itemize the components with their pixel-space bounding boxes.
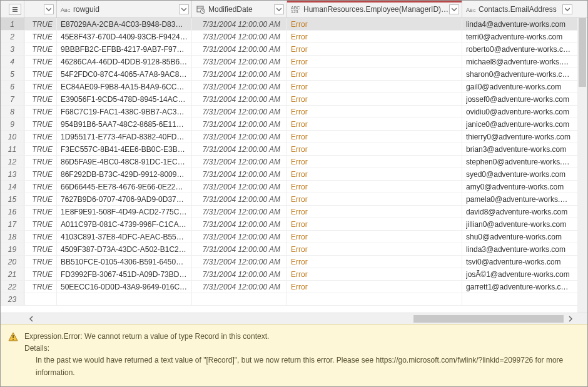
cell-flag[interactable]: TRUE bbox=[24, 106, 57, 118]
cell-rowguid[interactable]: BB510FCE-0105-4306-B591-6450D9EBF4... bbox=[57, 256, 192, 268]
cell-email[interactable]: josÃ©1@adventure-works.com bbox=[462, 268, 575, 280]
cell-flag[interactable]: TRUE bbox=[24, 181, 57, 193]
vertical-scrollbar[interactable] bbox=[577, 18, 587, 313]
cell-flag[interactable]: TRUE bbox=[24, 131, 57, 143]
cell-title-error[interactable]: Error bbox=[287, 18, 462, 30]
scroll-right-icon[interactable] bbox=[565, 313, 576, 324]
cell-flag[interactable]: TRUE bbox=[24, 56, 57, 68]
cell-email[interactable]: sharon0@adventure-works.com bbox=[462, 68, 575, 80]
cell-rowguid[interactable]: F3EC557C-8B41-4EE6-BB0C-E3B93AFF81... bbox=[57, 143, 192, 155]
cell-title-error[interactable]: Error bbox=[287, 106, 462, 118]
cell-flag[interactable]: TRUE bbox=[24, 31, 57, 43]
cell-title-error[interactable]: Error bbox=[287, 118, 462, 130]
cell-email[interactable]: jillian0@adventure-works.com bbox=[462, 218, 575, 230]
cell-rowguid[interactable]: 1D955171-E773-4FAD-8382-40FD89BD5... bbox=[57, 131, 192, 143]
row-number[interactable]: 4 bbox=[1, 56, 24, 68]
cell-modifieddate[interactable]: 7/31/2004 12:00:00 AM bbox=[192, 168, 287, 180]
row-number[interactable]: 5 bbox=[1, 68, 24, 80]
row-number[interactable]: 20 bbox=[1, 256, 24, 268]
cell-rowguid[interactable]: 7627B9D6-0707-4706-9AD9-0D37506B0... bbox=[57, 193, 192, 205]
cell-modifieddate[interactable]: 7/31/2004 12:00:00 AM bbox=[192, 31, 287, 43]
cell-modifieddate[interactable]: 7/31/2004 12:00:00 AM bbox=[192, 118, 287, 130]
table-row[interactable]: 2TRUE45E8F437-670D-4409-93CB-F9424A40D..… bbox=[1, 31, 587, 43]
cell-modifieddate[interactable]: 7/31/2004 12:00:00 AM bbox=[192, 256, 287, 268]
row-number[interactable]: 8 bbox=[1, 106, 24, 118]
cell-flag[interactable]: TRUE bbox=[24, 93, 57, 105]
filter-dropdown-icon[interactable] bbox=[274, 4, 284, 14]
filter-dropdown-icon[interactable] bbox=[449, 4, 459, 14]
row-number[interactable]: 17 bbox=[1, 218, 24, 230]
cell-rowguid[interactable]: F68C7C19-FAC1-438C-9BB7-AC33FCC34... bbox=[57, 106, 192, 118]
cell-email[interactable]: garrett1@adventure-works.com bbox=[462, 281, 575, 293]
cell-title-error[interactable]: Error bbox=[287, 93, 462, 105]
cell-email[interactable]: janice0@adventure-works.com bbox=[462, 118, 575, 130]
cell-modifieddate[interactable]: 7/31/2004 12:00:00 AM bbox=[192, 181, 287, 193]
cell-flag[interactable]: TRUE bbox=[24, 218, 57, 230]
cell-email[interactable]: linda4@adventure-works.com bbox=[462, 18, 575, 30]
cell-modifieddate[interactable]: 7/31/2004 12:00:00 AM bbox=[192, 143, 287, 155]
row-number[interactable]: 16 bbox=[1, 206, 24, 218]
table-row[interactable]: 12TRUE86D5FA9E-4BC0-48C8-91DC-1EC467418.… bbox=[1, 156, 587, 168]
cell-email[interactable]: tsvi0@adventure-works.com bbox=[462, 256, 575, 268]
cell-rowguid[interactable]: 9BBBFB2C-EFBB-4217-9AB7-F976893288... bbox=[57, 43, 192, 55]
horizontal-scrollbar[interactable] bbox=[1, 313, 587, 324]
cell-flag[interactable]: TRUE bbox=[24, 68, 57, 80]
row-number[interactable]: 21 bbox=[1, 268, 24, 280]
cell-title-error[interactable]: Error bbox=[287, 256, 462, 268]
table-row[interactable]: 14TRUE66D66445-EE78-4676-9E66-0E22D6109A… bbox=[1, 181, 587, 193]
column-header-modifieddate[interactable]: ModifiedDate bbox=[192, 1, 287, 18]
table-row[interactable]: 4TRUE46286CA4-46DD-4DDB-9128-85B67E98D..… bbox=[1, 56, 587, 68]
column-header-rowguid[interactable]: ABC rowguid bbox=[57, 1, 192, 18]
table-row[interactable]: 22TRUE50EECC16-0D0D-43A9-9649-016C06DE8.… bbox=[1, 281, 587, 293]
table-row[interactable]: 1TRUEE87029AA-2CBA-4C03-B948-D83AF0313..… bbox=[1, 18, 587, 31]
row-number[interactable]: 2 bbox=[1, 31, 24, 43]
table-row[interactable]: 3TRUE9BBBFB2C-EFBB-4217-9AB7-F976893288.… bbox=[1, 43, 587, 56]
cell-flag[interactable] bbox=[24, 293, 57, 305]
table-row[interactable]: 18TRUE4103C891-37E8-4DFC-AEAC-B55E2BC1B.… bbox=[1, 231, 587, 243]
cell-modifieddate[interactable]: 7/31/2004 12:00:00 AM bbox=[192, 156, 287, 168]
row-number[interactable]: 9 bbox=[1, 118, 24, 130]
cell-email[interactable]: stephen0@adventure-works.com bbox=[462, 156, 575, 168]
cell-title-error[interactable]: Error bbox=[287, 218, 462, 230]
cell-modifieddate[interactable]: 7/31/2004 12:00:00 AM bbox=[192, 281, 287, 293]
cell-email[interactable]: pamela0@adventure-works.com bbox=[462, 193, 575, 205]
cell-modifieddate[interactable]: 7/31/2004 12:00:00 AM bbox=[192, 268, 287, 280]
cell-title-error[interactable]: Error bbox=[287, 56, 462, 68]
cell-title-error[interactable]: Error bbox=[287, 81, 462, 93]
cell-flag[interactable]: TRUE bbox=[24, 268, 57, 280]
cell-flag[interactable]: TRUE bbox=[24, 193, 57, 205]
cell-rowguid[interactable]: E39056F1-9CD5-478D-8945-14ACA7FBD... bbox=[57, 93, 192, 105]
table-row[interactable]: 5TRUE54F2FDC0-87C4-4065-A7A8-9AC8EA624..… bbox=[1, 68, 587, 81]
row-number[interactable]: 18 bbox=[1, 231, 24, 243]
cell-flag[interactable]: TRUE bbox=[24, 206, 57, 218]
cell-rowguid[interactable] bbox=[57, 293, 192, 305]
row-number[interactable]: 3 bbox=[1, 43, 24, 55]
cell-email[interactable]: roberto0@adventure-works.com bbox=[462, 43, 575, 55]
table-row[interactable]: 9TRUE954B91B6-5AA7-48C2-8685-6E11C6E5C..… bbox=[1, 118, 587, 131]
cell-title-error[interactable]: Error bbox=[287, 243, 462, 255]
cell-flag[interactable]: TRUE bbox=[24, 231, 57, 243]
row-number[interactable]: 14 bbox=[1, 181, 24, 193]
cell-email[interactable]: jossef0@adventure-works.com bbox=[462, 93, 575, 105]
grid-body[interactable]: 1TRUEE87029AA-2CBA-4C03-B948-D83AF0313..… bbox=[1, 18, 587, 313]
table-row[interactable]: 15TRUE7627B9D6-0707-4706-9AD9-0D37506B0.… bbox=[1, 193, 587, 206]
row-number[interactable]: 15 bbox=[1, 193, 24, 205]
cell-email[interactable]: ovidiu0@adventure-works.com bbox=[462, 106, 575, 118]
table-row[interactable]: 21TRUEFD3992FB-3067-451D-A09D-73BD53C0F.… bbox=[1, 268, 587, 281]
cell-email[interactable]: gail0@adventure-works.com bbox=[462, 81, 575, 93]
cell-rowguid[interactable]: 1E8F9E91-508F-4D49-ACD2-775C836030... bbox=[57, 206, 192, 218]
column-header-flag[interactable] bbox=[24, 1, 57, 18]
row-number[interactable]: 13 bbox=[1, 168, 24, 180]
cell-title-error[interactable]: Error bbox=[287, 268, 462, 280]
cell-flag[interactable]: TRUE bbox=[24, 243, 57, 255]
cell-rowguid[interactable]: A011C97B-081C-4739-996F-C1CAC4532F... bbox=[57, 218, 192, 230]
row-number[interactable]: 1 bbox=[1, 18, 24, 30]
cell-flag[interactable]: TRUE bbox=[24, 43, 57, 55]
cell-email[interactable]: linda3@adventure-works.com bbox=[462, 243, 575, 255]
cell-email[interactable]: michael8@adventure-works.com bbox=[462, 56, 575, 68]
cell-title-error[interactable]: Error bbox=[287, 231, 462, 243]
cell-modifieddate[interactable] bbox=[192, 293, 287, 305]
cell-flag[interactable]: TRUE bbox=[24, 18, 57, 30]
cell-modifieddate[interactable]: 7/31/2004 12:00:00 AM bbox=[192, 56, 287, 68]
cell-title-error[interactable]: Error bbox=[287, 281, 462, 293]
